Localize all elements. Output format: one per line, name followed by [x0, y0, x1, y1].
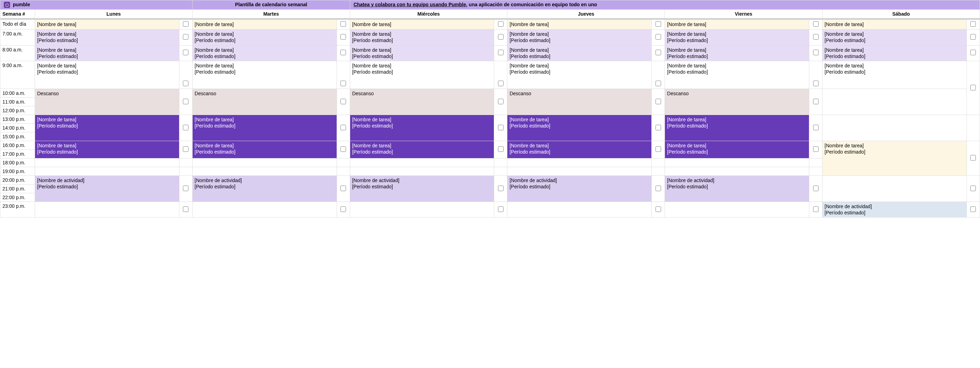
task-checkbox[interactable] [813, 186, 819, 191]
cell[interactable]: [Nombre de tarea] [822, 20, 967, 30]
cell[interactable]: [Nombre de tarea][Período estimado] [508, 141, 652, 158]
cell[interactable]: [Nombre de tarea][Período estimado] [350, 30, 494, 45]
cell[interactable]: [Nombre de tarea][Período estimado] [192, 141, 337, 158]
cell[interactable] [35, 167, 180, 176]
cell[interactable]: [Nombre de tarea] [350, 20, 494, 30]
task-checkbox[interactable] [813, 206, 819, 212]
cell[interactable]: [Nombre de tarea][Período estimado] [35, 141, 180, 158]
task-checkbox[interactable] [655, 186, 661, 191]
cell[interactable]: [Nombre de tarea] [665, 20, 809, 30]
task-checkbox[interactable] [813, 21, 819, 27]
cell[interactable] [350, 167, 494, 176]
task-checkbox[interactable] [813, 81, 819, 86]
task-checkbox[interactable] [340, 50, 346, 55]
task-checkbox[interactable] [498, 206, 504, 212]
task-checkbox[interactable] [498, 186, 504, 191]
cell[interactable] [508, 158, 652, 167]
task-checkbox[interactable] [498, 125, 504, 130]
task-checkbox[interactable] [813, 34, 819, 40]
cell[interactable] [665, 158, 809, 167]
task-checkbox[interactable] [340, 21, 346, 27]
cell[interactable]: [Nombre de tarea][Período estimado] [508, 30, 652, 45]
task-checkbox[interactable] [813, 146, 819, 152]
cell[interactable]: [Nombre de tarea][Período estimado] [35, 61, 180, 89]
cell[interactable]: [Nombre de tarea][Período estimado] [350, 61, 494, 89]
task-checkbox[interactable] [183, 21, 188, 27]
cell[interactable]: [Nombre de tarea][Período estimado] [665, 61, 809, 89]
cell[interactable]: [Nombre de tarea][Período estimado] [822, 30, 967, 45]
cell[interactable]: [Nombre de tarea][Período estimado] [192, 45, 337, 61]
task-checkbox[interactable] [183, 186, 188, 191]
task-checkbox[interactable] [183, 125, 188, 130]
cell[interactable]: [Nombre de actividad][Período estimado] [350, 176, 494, 202]
cell-break[interactable]: Descanso [35, 89, 180, 115]
task-checkbox[interactable] [970, 206, 976, 212]
cell[interactable]: [Nombre de tarea][Período estimado] [822, 45, 967, 61]
task-checkbox[interactable] [655, 21, 661, 27]
cell[interactable]: [Nombre de tarea] [35, 20, 180, 30]
cell-break[interactable]: Descanso [508, 89, 652, 115]
cell[interactable] [665, 202, 809, 218]
task-checkbox[interactable] [498, 146, 504, 152]
task-checkbox[interactable] [340, 81, 346, 86]
cell[interactable]: [Nombre de tarea][Período estimado] [192, 115, 337, 141]
task-checkbox[interactable] [970, 85, 976, 90]
task-checkbox[interactable] [970, 34, 976, 40]
task-checkbox[interactable] [340, 99, 346, 104]
cell[interactable] [35, 158, 180, 167]
task-checkbox[interactable] [340, 206, 346, 212]
cell[interactable] [192, 167, 337, 176]
cell[interactable]: [Nombre de tarea][Período estimado] [192, 61, 337, 89]
cell[interactable]: [Nombre de actividad][Período estimado] [192, 176, 337, 202]
cell[interactable]: [Nombre de tarea][Período estimado] [665, 141, 809, 158]
cell[interactable]: [Nombre de tarea] [508, 20, 652, 30]
cell-break[interactable]: Descanso [192, 89, 337, 115]
cell-break[interactable]: Descanso [350, 89, 494, 115]
cell[interactable] [822, 176, 967, 202]
task-checkbox[interactable] [498, 81, 504, 86]
cell[interactable]: [Nombre de tarea][Período estimado] [350, 115, 494, 141]
cell[interactable] [822, 89, 967, 115]
cell[interactable]: [Nombre de tarea][Período estimado] [665, 115, 809, 141]
task-checkbox[interactable] [970, 50, 976, 55]
task-checkbox[interactable] [813, 99, 819, 104]
task-checkbox[interactable] [655, 206, 661, 212]
cell[interactable]: [Nombre de tarea][Período estimado] [508, 61, 652, 89]
cell[interactable] [192, 202, 337, 218]
cell[interactable] [508, 202, 652, 218]
cell[interactable]: [Nombre de actividad][Período estimado] [35, 176, 180, 202]
task-checkbox[interactable] [183, 50, 188, 55]
task-checkbox[interactable] [498, 34, 504, 40]
cell[interactable] [508, 167, 652, 176]
cell[interactable] [192, 158, 337, 167]
cell[interactable]: [Nombre de tarea][Período estimado] [822, 61, 967, 89]
cell[interactable]: [Nombre de tarea][Período estimado] [35, 115, 180, 141]
task-checkbox[interactable] [183, 34, 188, 40]
task-checkbox[interactable] [655, 99, 661, 104]
task-checkbox[interactable] [340, 34, 346, 40]
task-checkbox[interactable] [340, 146, 346, 152]
task-checkbox[interactable] [340, 125, 346, 130]
task-checkbox[interactable] [655, 34, 661, 40]
task-checkbox[interactable] [498, 21, 504, 27]
task-checkbox[interactable] [340, 186, 346, 191]
banner-promo[interactable]: Chatea y colabora con tu equipo usando P… [350, 0, 980, 10]
cell[interactable]: [Nombre de tarea][Período estimado] [350, 141, 494, 158]
cell[interactable]: [Nombre de tarea][Período estimado] [35, 45, 180, 61]
cell[interactable] [350, 158, 494, 167]
cell[interactable]: [Nombre de tarea] [192, 20, 337, 30]
task-checkbox[interactable] [183, 146, 188, 152]
task-checkbox[interactable] [183, 206, 188, 212]
task-checkbox[interactable] [970, 186, 976, 191]
task-checkbox[interactable] [498, 99, 504, 104]
task-checkbox[interactable] [655, 50, 661, 55]
cell[interactable]: [Nombre de tarea][Período estimado] [665, 30, 809, 45]
task-checkbox[interactable] [655, 146, 661, 152]
task-checkbox[interactable] [813, 50, 819, 55]
task-checkbox[interactable] [183, 81, 188, 86]
cell[interactable]: [Nombre de tarea][Período estimado] [822, 141, 967, 176]
cell[interactable]: [Nombre de tarea][Período estimado] [192, 30, 337, 45]
cell[interactable]: [Nombre de tarea][Período estimado] [508, 115, 652, 141]
cell-break[interactable]: Descanso [665, 89, 809, 115]
cell[interactable]: [Nombre de actividad][Período estimado] [665, 176, 809, 202]
